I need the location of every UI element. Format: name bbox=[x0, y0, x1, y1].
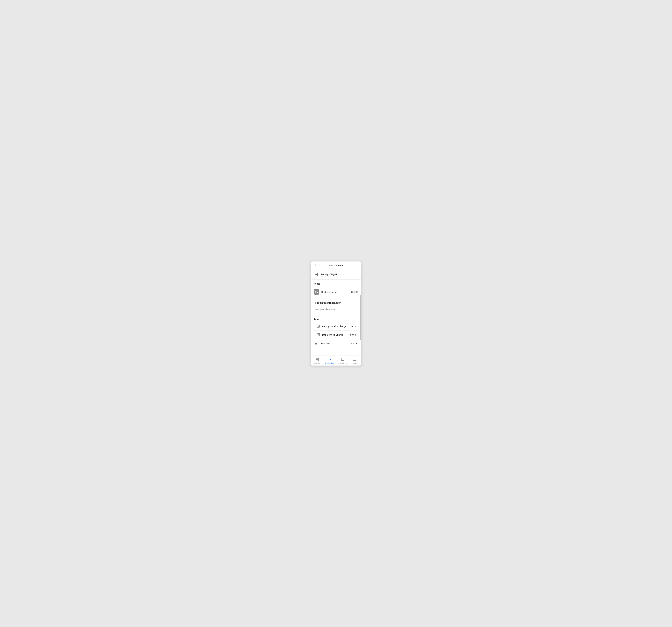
item-name: Custom Amount bbox=[321, 291, 349, 293]
transactions-icon bbox=[328, 358, 332, 362]
pickup-charge-icon bbox=[316, 324, 320, 328]
spacer-1 bbox=[311, 297, 361, 299]
spacer-3 bbox=[311, 321, 361, 322]
receipt-icon bbox=[314, 272, 319, 277]
phone-frame: $10.70 Sale Receipt #5geE Items Cu bbox=[311, 261, 361, 366]
items-section: Items bbox=[311, 279, 361, 285]
pickup-charge-price: $0.20 bbox=[350, 325, 356, 327]
nav-notifications-label: Notifications bbox=[338, 362, 347, 364]
nav-more[interactable]: More bbox=[349, 357, 361, 365]
fees-section: Fees on this transaction Learn more abou… bbox=[311, 299, 361, 313]
grid-icon bbox=[315, 358, 319, 362]
bell-icon bbox=[340, 358, 344, 362]
spacer-2 bbox=[311, 313, 361, 315]
bag-charge-name: Bag Service Charge bbox=[322, 333, 349, 336]
total-section: Total bbox=[311, 315, 361, 321]
nav-more-label: More bbox=[353, 362, 357, 364]
fees-title: Fees on this transaction bbox=[314, 302, 358, 304]
highlighted-charges-group: Pickup Service Charge $0.20 Bag Service … bbox=[314, 322, 358, 339]
pickup-charge-name: Pickup Service Charge bbox=[322, 325, 349, 327]
items-title: Items bbox=[314, 282, 358, 285]
svg-rect-14 bbox=[316, 358, 317, 359]
item-avatar: Cu bbox=[314, 289, 319, 295]
receipt-row[interactable]: Receipt #5geE bbox=[311, 270, 361, 279]
svg-rect-15 bbox=[317, 358, 318, 359]
item-row: Cu Custom Amount $10.00 bbox=[311, 287, 361, 297]
learn-more-link[interactable]: Learn more about fees bbox=[314, 308, 335, 310]
nav-transactions-label: Transactions bbox=[325, 362, 334, 364]
item-price: $10.00 bbox=[352, 291, 358, 293]
nav-notifications[interactable]: Notifications bbox=[336, 357, 349, 365]
nav-transactions[interactable]: Transactions bbox=[323, 357, 336, 365]
total-sale-amount: $10.70 bbox=[352, 342, 358, 345]
content-area: Items Cu Custom Amount $10.00 Fees on th… bbox=[311, 279, 361, 355]
back-button[interactable] bbox=[314, 264, 317, 267]
bag-charge-price: $0.50 bbox=[350, 333, 356, 336]
bag-charge-row: Bag Service Charge $0.50 bbox=[314, 330, 358, 339]
header: $10.70 Sale bbox=[311, 261, 361, 270]
nav-checkout-label: Checkout bbox=[314, 362, 320, 364]
total-sale-label: Total sale bbox=[320, 342, 349, 345]
scrollable-content: Items Cu Custom Amount $10.00 Fees on th… bbox=[311, 279, 361, 348]
receipt-label: Receipt #5geE bbox=[321, 273, 337, 276]
nav-checkout[interactable]: Checkout bbox=[311, 357, 323, 365]
pickup-charge-row: Pickup Service Charge $0.20 bbox=[314, 322, 358, 330]
bag-charge-icon bbox=[316, 332, 320, 337]
total-sale-row: Total sale $10.70 bbox=[311, 339, 361, 348]
svg-rect-16 bbox=[316, 360, 317, 361]
more-icon bbox=[353, 358, 357, 362]
bottom-nav: Checkout Transactions Noti bbox=[311, 355, 361, 366]
svg-rect-17 bbox=[317, 360, 318, 361]
page-title: $10.70 Sale bbox=[329, 264, 343, 267]
total-sale-icon bbox=[314, 341, 318, 346]
scrollbar bbox=[360, 295, 361, 340]
total-title: Total bbox=[314, 318, 358, 321]
